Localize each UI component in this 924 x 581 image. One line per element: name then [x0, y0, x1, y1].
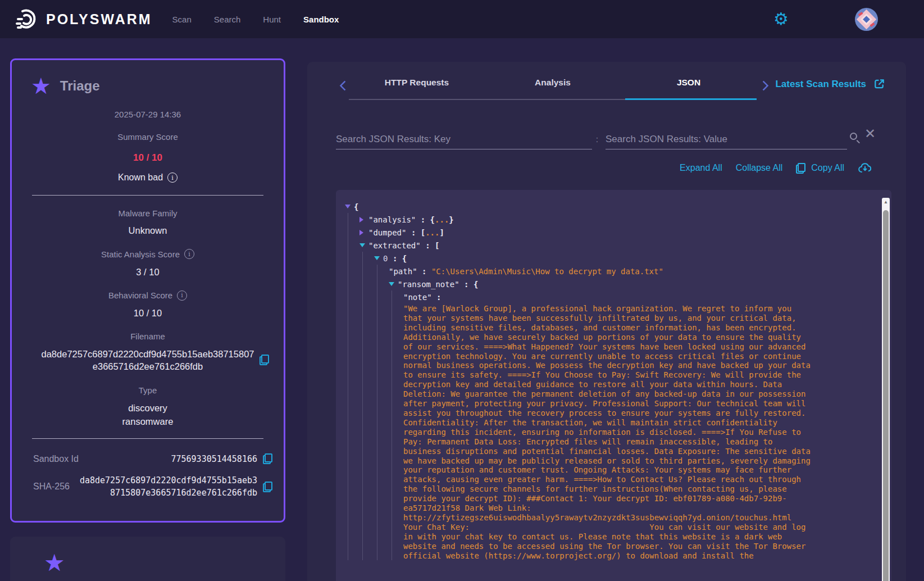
json-row-item-0[interactable]: 0 : {: [374, 252, 879, 265]
json-punct: :: [411, 228, 416, 237]
latest-scan-results-label: Latest Scan Results: [775, 79, 866, 90]
tab-analysis[interactable]: Analysis: [485, 74, 621, 99]
nav-item-hunt[interactable]: Hunt: [263, 15, 281, 24]
latest-scan-results-link[interactable]: Latest Scan Results: [775, 78, 886, 90]
brand-name: POLYSWARM: [46, 11, 152, 28]
json-index: 0: [383, 254, 388, 263]
tab-http-requests[interactable]: HTTP Requests: [349, 74, 485, 99]
nav-item-sandbox[interactable]: Sandbox: [303, 15, 339, 24]
malware-family-label: Malware Family: [12, 208, 284, 218]
search-json-key-input[interactable]: [336, 129, 592, 149]
tab-underline-track: [349, 99, 625, 100]
triage-title: Triage: [60, 78, 100, 94]
json-viewer: { "analysis" : {...} "dumped" : [...]: [336, 190, 891, 581]
divider: [32, 438, 263, 439]
collapse-arrow-icon[interactable]: [345, 205, 354, 208]
json-punct: :: [436, 293, 441, 302]
json-punct: :: [422, 267, 426, 276]
triage-star-icon: ★: [31, 75, 51, 97]
info-icon[interactable]: i: [184, 249, 194, 259]
json-row-dumped[interactable]: "dumped" : [...]: [359, 226, 879, 239]
search-separator: :: [596, 135, 598, 144]
nav-links: Scan Search Hunt Sandbox: [172, 15, 339, 24]
collapse-all-button[interactable]: Collapse All: [736, 163, 783, 173]
json-punct: }: [449, 215, 453, 224]
open-in-new-icon: [873, 78, 886, 90]
type-label: Type: [12, 385, 284, 395]
type-value: discovery: [12, 403, 284, 414]
filename-value: da8de7257c6897d2220cdf9d4755b15aeb387158…: [30, 348, 266, 373]
static-score-label: Static Analysis Score: [101, 249, 180, 259]
json-key: "analysis": [368, 215, 416, 224]
top-nav: POLYSWARM Scan Search Hunt Sandbox ⚙: [0, 0, 924, 38]
type-value: ransomware: [12, 416, 284, 427]
sha256-value: da8de7257c6897d2220cdf9d4755b15aeb387158…: [79, 474, 257, 499]
info-icon[interactable]: i: [167, 173, 177, 183]
close-icon[interactable]: ✕: [864, 126, 876, 142]
filename-label: Filename: [12, 332, 284, 341]
json-ellipsis: ...: [435, 215, 449, 224]
polyswarm-logo[interactable]: POLYSWARM: [15, 7, 152, 31]
copy-icon: [796, 163, 805, 174]
expand-all-button[interactable]: Expand All: [680, 163, 722, 173]
ransom-note-value: "We are [Warlock Group], a professional …: [403, 304, 812, 560]
json-key: "dumped": [368, 228, 406, 237]
user-avatar[interactable]: [855, 8, 878, 31]
search-icon[interactable]: [850, 133, 857, 140]
json-row-note-key: "note" :: [403, 290, 879, 303]
json-string-value: "C:\Users\Admin\Music\How to decrypt my …: [431, 267, 663, 276]
tabs-scroll-right-chevron-icon[interactable]: [758, 80, 768, 90]
summary-score-value: 10 / 10: [12, 152, 284, 164]
expand-arrow-icon[interactable]: [359, 230, 368, 235]
json-key: "ransom_note": [398, 280, 459, 289]
copy-all-button[interactable]: Copy All: [796, 163, 844, 174]
scrollbar-thumb[interactable]: [883, 210, 889, 581]
download-json-button[interactable]: [858, 162, 872, 174]
scan-date: 2025-07-29 14:36: [12, 110, 284, 119]
json-row-path: "path" : "C:\Users\Admin\Music\How to de…: [389, 265, 879, 278]
json-punct: :: [393, 254, 397, 263]
nav-item-search[interactable]: Search: [214, 15, 241, 24]
json-key: "note": [403, 293, 432, 302]
collapse-arrow-icon[interactable]: [374, 256, 383, 260]
divider: [32, 195, 263, 196]
expand-arrow-icon[interactable]: [359, 217, 368, 223]
tab-bar: HTTP Requests Analysis JSON: [349, 74, 757, 99]
json-punct: :: [425, 241, 430, 250]
json-actions-row: Expand All Collapse All Copy All: [680, 162, 872, 174]
collapse-arrow-icon[interactable]: [359, 243, 368, 247]
json-tree: { "analysis" : {...} "dumped" : [...]: [336, 190, 879, 581]
copy-sha256-icon[interactable]: [263, 482, 272, 492]
json-key: "extracted": [368, 241, 421, 250]
json-row-ransom-note[interactable]: "ransom_note" : {: [389, 278, 879, 290]
json-search-row: : ✕: [307, 129, 906, 152]
scrollbar-up-arrow-icon[interactable]: ▲: [882, 198, 890, 207]
json-punct: {: [474, 280, 478, 289]
json-row-analysis[interactable]: "analysis" : {...}: [359, 213, 879, 226]
settings-gear-icon[interactable]: ⚙: [773, 11, 789, 28]
cloud-download-icon: [858, 162, 872, 174]
nav-item-scan[interactable]: Scan: [172, 15, 192, 24]
sandbox-id-value: 77569330514458166: [171, 454, 257, 464]
search-json-value-input[interactable]: [606, 129, 847, 149]
results-panel: HTTP Requests Analysis JSON Latest Scan …: [307, 62, 906, 581]
copy-all-label: Copy All: [811, 163, 844, 173]
json-ellipsis: ...: [425, 228, 439, 237]
tab-json[interactable]: JSON: [621, 74, 757, 99]
json-root-row[interactable]: {: [345, 200, 879, 213]
summary-score-label: Summary Score: [12, 132, 284, 142]
json-punct: :: [421, 215, 425, 224]
behavioral-score-value: 10 / 10: [12, 308, 284, 319]
json-punct: {: [402, 254, 407, 263]
copy-sandbox-id-icon[interactable]: [263, 453, 272, 464]
json-row-extracted[interactable]: "extracted" : [: [359, 239, 879, 252]
json-scrollbar[interactable]: ▲: [882, 198, 890, 581]
tabs-scroll-left-chevron-icon[interactable]: [339, 80, 349, 90]
info-icon[interactable]: i: [177, 290, 187, 301]
sandbox-id-label: Sandbox Id: [33, 454, 79, 464]
json-key: "path": [389, 267, 417, 276]
collapse-arrow-icon[interactable]: [389, 282, 398, 286]
json-punct: ]: [439, 228, 444, 237]
json-punct: [: [421, 228, 425, 237]
copy-filename-icon[interactable]: [260, 355, 269, 365]
